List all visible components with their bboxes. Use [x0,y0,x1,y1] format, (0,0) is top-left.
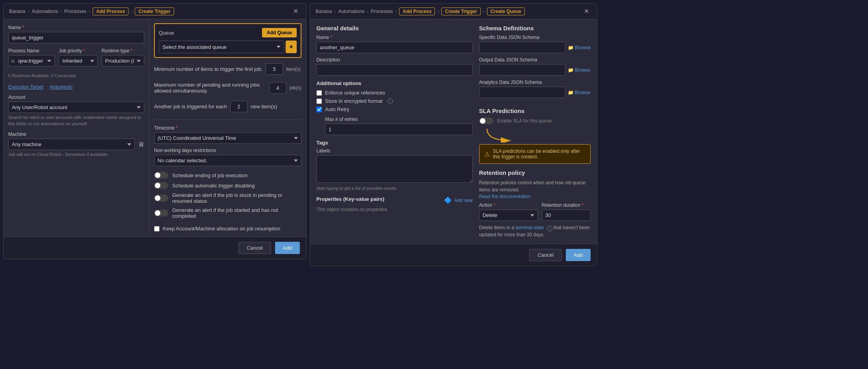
auto-retry-checkbox[interactable] [316,107,322,112]
process-name-label: Process Name [8,48,55,54]
browse-icon-2: 📁 [568,67,574,73]
specific-data-browse-link[interactable]: 📁 Browse [568,45,591,50]
analytics-data-browse-link[interactable]: 📁 Browse [568,90,591,95]
sep2: › [60,9,62,14]
toggle-row-4: Generate an alert if the job started and… [154,206,301,221]
right-cancel-button[interactable]: Cancel [529,249,561,261]
toggle-row-1: Schedule ending of job execution [154,170,301,180]
tags-section: Tags Labels Start typing to get a list o… [316,140,473,191]
runtime-info: 0 Runtimes Available, 0 Connected [8,73,144,79]
sla-warning-text: SLA predictions can be enabled only afte… [493,148,585,159]
another-job-input[interactable] [230,101,247,112]
r-breadcrumb-banana[interactable]: Banana [316,9,332,14]
r-breadcrumb-create-queue[interactable]: Create Queue [487,7,525,15]
terminal-state-link[interactable]: terminal state [515,225,544,230]
max-jobs-text: Maximum number of pending and running jo… [154,82,266,94]
another-job-row: Another job is triggered for each new it… [154,99,301,114]
job-priority-select[interactable]: Inherited [59,55,97,67]
keep-allocation-row: Keep Account/Machine allocation on job r… [154,224,301,233]
retention-duration-label: Retention duration * [542,202,591,208]
toggle-not-completed-alert[interactable] [154,210,168,217]
description-label: Description [316,57,473,63]
queue-add-icon-button[interactable]: + [286,41,297,53]
r-breadcrumb-add-process[interactable]: Add Process [399,7,435,15]
queue-select-row: Select the associated queue + [159,41,297,53]
general-details-section: General details Name * Description [316,25,473,76]
name-required-indicator: * [22,25,24,30]
machine-info: Job will run on Cloud Robot - Serverless… [8,152,144,158]
terminal-state-info-icon[interactable]: i [547,226,552,231]
specific-data-json-section: Specific Data JSON Schema 📁 Browse [479,35,591,53]
analytics-data-json-input[interactable] [479,87,565,98]
add-queue-button[interactable]: Add Queue [262,28,297,37]
max-jobs-input[interactable] [269,82,286,94]
name-input[interactable] [8,32,144,43]
store-encrypted-label: Store in encrypted format [325,98,383,104]
timezone-label: Timezone * [154,125,301,131]
labels-label: Labels [316,148,473,154]
queue-name-label: Name * [316,35,473,40]
output-data-json-input[interactable] [479,64,565,76]
browse-icon-1: 📁 [568,45,574,50]
action-select[interactable]: Delete [479,210,538,221]
store-encrypted-checkbox[interactable] [316,98,322,104]
monitor-icon: 🖥 [138,141,144,148]
warning-icon: ⚠ [484,150,490,158]
left-cancel-button[interactable]: Cancel [238,242,271,254]
tab-arguments[interactable]: Arguments [50,84,72,90]
breadcrumb-automations[interactable]: Automations [32,9,58,14]
tab-execution-target[interactable]: Execution Target [8,84,43,90]
add-new-button[interactable]: 🔷 Add new [444,197,473,204]
r-breadcrumb-create-trigger[interactable]: Create Trigger [441,7,480,15]
read-docs-link[interactable]: Read the documentation [479,194,531,199]
right-breadcrumb: Banana › Automations › Processes › Add P… [316,7,525,15]
breadcrumb-add-process[interactable]: Add Process [93,7,128,15]
general-details-title: General details [316,25,473,32]
toggle-auto-disable-label: Schedule automatic trigger disabling [172,183,255,189]
name-label: Name * [8,25,144,30]
enforce-unique-checkbox[interactable] [316,90,322,96]
runtime-type-select[interactable]: Production (Una [102,55,144,67]
labels-textarea[interactable] [316,155,473,183]
left-add-button[interactable]: Add [275,242,300,254]
sla-toggle[interactable] [479,117,493,124]
right-add-button[interactable]: Add [566,249,591,261]
queue-name-input[interactable] [316,42,473,53]
right-modal-body: General details Name * Description Addit… [310,19,597,244]
queue-select[interactable]: Select the associated queue [159,41,284,53]
name-field-section: Name * [8,25,144,43]
output-data-json-section: Output Data JSON Schema 📁 Browse [479,57,591,76]
labels-hint: Start typing to get a list of possible r… [316,185,473,191]
right-close-button[interactable]: ✕ [582,7,591,16]
timezone-select[interactable]: (UTC) Coordinated Universal Time [154,132,301,144]
left-close-button[interactable]: ✕ [291,7,301,16]
min-items-input[interactable] [266,63,283,75]
r-breadcrumb-processes[interactable]: Processes [371,9,393,14]
add-new-icon: 🔷 [444,197,452,204]
r-breadcrumb-automations[interactable]: Automations [338,9,364,14]
timezone-section: Timezone * (UTC) Coordinated Universal T… [154,125,301,144]
store-encrypted-info-icon[interactable]: i [387,98,393,104]
keep-allocation-checkbox[interactable] [154,226,160,232]
retention-duration-input[interactable] [542,210,591,221]
process-name-select[interactable]: qew.trigger [8,55,55,67]
account-info: Search for robot or user accounts with u… [8,115,144,127]
breadcrumb-processes[interactable]: Processes [64,9,86,14]
machine-select[interactable]: Any machine [8,139,135,150]
non-working-days-select[interactable]: No calendar selected. [154,155,301,166]
description-input[interactable] [316,64,473,76]
account-select[interactable]: Any User/Robot account [8,102,144,113]
max-retries-input[interactable] [325,124,473,135]
toggle-auto-disable[interactable] [154,182,168,189]
browse-icon-3: 📁 [568,90,574,95]
breadcrumb-create-trigger[interactable]: Create Trigger [135,7,174,15]
max-jobs-row: Maximum number of pending and running jo… [154,80,301,95]
right-modal-header: Banana › Automations › Processes › Add P… [310,4,597,19]
min-items-unit: item(s) [286,67,301,72]
breadcrumb-banana[interactable]: Banana [9,9,25,14]
toggle-stuck-alert[interactable] [154,195,168,202]
toggle-schedule-ending[interactable] [154,172,168,179]
sla-warning-box: ⚠ SLA predictions can be enabled only af… [479,144,591,164]
output-data-browse-link[interactable]: 📁 Browse [568,67,591,73]
specific-data-json-input[interactable] [479,42,565,53]
